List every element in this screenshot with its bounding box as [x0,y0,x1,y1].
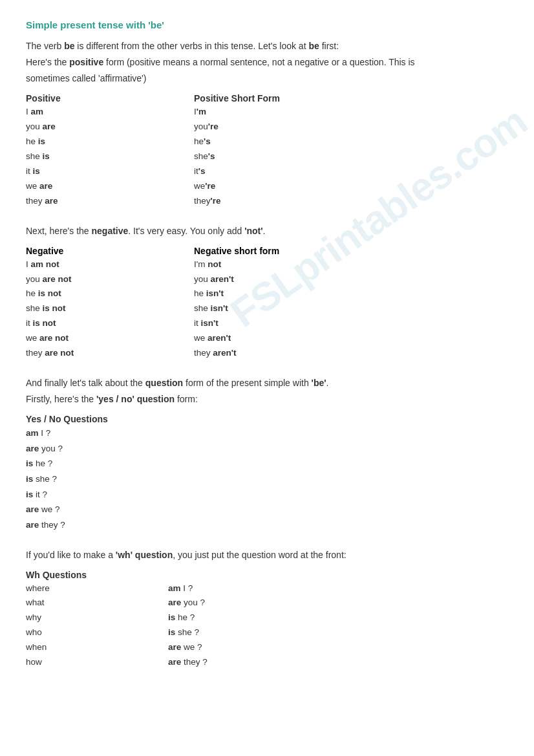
negative-short-row-2: you aren't [194,272,362,287]
question-intro-section: And finally let's talk about the questio… [26,376,508,406]
question-intro-line1: And finally let's talk about the questio… [26,376,508,390]
negative-short-row-6: we aren't [194,331,362,346]
positive-short-row-5: it's [194,164,362,179]
question-intro-line2: Firstly, here's the 'yes / no' question … [26,393,508,406]
wh-left-row-1: where [26,581,168,596]
positive-col2-header: Positive Short Form [194,93,362,103]
positive-short-row-1: I'm [194,105,362,120]
positive-col1-header: Positive [26,93,194,103]
negative-row-7: they are not [26,346,194,361]
yesno-row-4: is she ? [26,471,508,487]
positive-col1: Positive I am you are he is she is it is… [26,93,194,209]
negative-short-row-5: it isn't [194,316,362,331]
positive-row-6: we are [26,179,194,194]
negative-row-4: she is not [26,301,194,316]
negative-columns: Negative I am not you are not he is not … [26,246,508,362]
negative-row-5: it is not [26,316,194,331]
wh-header: Wh Questions [26,570,508,580]
page-title: Simple present tense with 'be' [26,19,508,30]
wh-right-row-1: am I ? [168,581,508,596]
positive-col2: Positive Short Form I'm you're he's she'… [194,93,362,209]
negative-col1: Negative I am not you are not he is not … [26,246,194,362]
negative-col1-header: Negative [26,246,194,256]
negative-short-row-7: they aren't [194,346,362,361]
negative-row-2: you are not [26,272,194,287]
wh-right-row-3: is he ? [168,610,508,625]
positive-columns: Positive I am you are he is she is it is… [26,93,508,209]
yesno-header: Yes / No Questions [26,414,508,424]
negative-short-row-4: she isn't [194,301,362,316]
yesno-row-1: am I ? [26,426,508,441]
negative-row-3: he is not [26,286,194,301]
negative-col2-header: Negative short form [194,246,362,256]
wh-left-row-5: when [26,640,168,655]
positive-section: Positive I am you are he is she is it is… [26,93,508,209]
positive-short-row-3: he's [194,135,362,149]
positive-row-1: I am [26,105,194,120]
positive-short-row-4: she's [194,149,362,164]
wh-intro-section: If you'd like to make a 'wh' question, y… [26,548,508,562]
wh-right-row-5: are we ? [168,640,508,655]
wh-columns: where what why who when how am I ? are y… [26,581,508,671]
yesno-row-5: is it ? [26,487,508,502]
wh-right-row-2: are you ? [168,596,508,610]
wh-left-row-6: how [26,655,168,670]
negative-short-row-1: I'm not [194,257,362,272]
positive-short-row-7: they're [194,194,362,209]
negative-row-1: I am not [26,257,194,272]
wh-col-right: am I ? are you ? is he ? is she ? are we… [168,581,508,671]
wh-right-row-4: is she ? [168,625,508,640]
yesno-row-3: is he ? [26,456,508,471]
positive-row-7: they are [26,194,194,209]
positive-short-row-2: you're [194,120,362,135]
negative-section: Negative I am not you are not he is not … [26,246,508,362]
wh-left-row-3: why [26,610,168,625]
intro-line2: Here's the positive form (positive means… [26,56,508,69]
wh-section: Wh Questions where what why who when how… [26,570,508,671]
positive-row-4: she is [26,149,194,164]
yesno-section: Yes / No Questions am I ? are you ? is h… [26,414,508,532]
positive-short-row-6: we're [194,179,362,194]
negative-intro-section: Next, here's the negative. It's very eas… [26,224,508,238]
yesno-row-7: are they ? [26,517,508,533]
negative-row-6: we are not [26,331,194,346]
wh-left-row-4: who [26,625,168,640]
positive-row-3: he is [26,135,194,149]
yesno-row-2: are you ? [26,441,508,457]
intro-line1: The verb be is different from the other … [26,39,508,53]
negative-short-row-3: he isn't [194,286,362,301]
wh-left-row-2: what [26,596,168,610]
wh-right-row-6: are they ? [168,655,508,670]
intro-line3: sometimes called 'affirmative') [26,72,508,85]
intro-section: The verb be is different from the other … [26,39,508,85]
negative-intro-text: Next, here's the negative. It's very eas… [26,224,508,238]
wh-intro-text: If you'd like to make a 'wh' question, y… [26,548,508,562]
negative-col2: Negative short form I'm not you aren't h… [194,246,362,362]
wh-col-left: where what why who when how [26,581,168,671]
yesno-row-6: are we ? [26,502,508,517]
positive-row-2: you are [26,120,194,135]
positive-row-5: it is [26,164,194,179]
